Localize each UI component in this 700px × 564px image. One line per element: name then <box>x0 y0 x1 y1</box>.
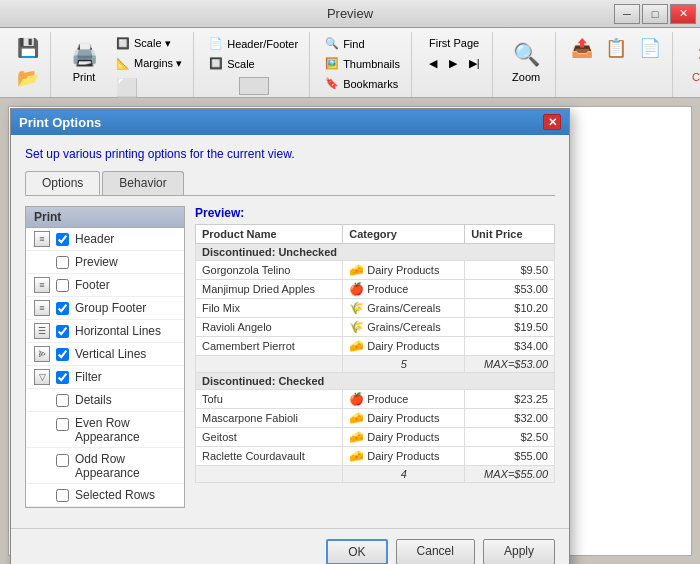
even-row-option[interactable]: Even RowAppearance <box>26 412 184 448</box>
even-row-label: Even RowAppearance <box>75 416 140 444</box>
price-cell: $19.50 <box>465 318 555 337</box>
tab-options[interactable]: Options <box>25 171 100 195</box>
col-product-name: Product Name <box>196 225 343 244</box>
group-footer-checked: 4 MAX=$55.00 <box>196 466 555 483</box>
header-option[interactable]: ≡ Header <box>26 228 184 251</box>
footer-option-label: Footer <box>75 278 110 292</box>
preview-option-label: Preview <box>75 255 118 269</box>
table-row: Manjimup Dried Apples 🍎Produce $53.00 <box>196 280 555 299</box>
file-ribbon-group: 💾 📂 <box>6 32 51 97</box>
find-icon: 🔍 <box>325 37 339 50</box>
category-cell: 🍎Produce <box>343 280 465 299</box>
window-controls[interactable]: ─ □ ✕ <box>614 4 696 24</box>
header-footer-ribbon-group: 📄 Header/Footer 🔲 Scale <box>198 32 310 97</box>
dialog-close-button[interactable]: ✕ <box>543 114 561 130</box>
scale-icon: 🔲 <box>116 37 130 50</box>
open-button[interactable]: 📂 <box>12 64 44 92</box>
prev-page-button[interactable]: ◀ <box>424 54 442 73</box>
horizontal-lines-option[interactable]: ☰ Horizontal Lines <box>26 320 184 343</box>
odd-row-checkbox[interactable] <box>56 454 69 467</box>
header-footer-options: 📄 Header/Footer 🔲 Scale <box>204 34 303 73</box>
header-checkbox[interactable] <box>56 233 69 246</box>
table-row: Ravioli Angelo 🌾Grains/Cereals $19.50 <box>196 318 555 337</box>
print-icon: 🖨️ <box>68 39 100 71</box>
filter-option[interactable]: ▽ Filter <box>26 366 184 389</box>
margins-icon: 📐 <box>116 57 130 70</box>
header-option-label: Header <box>75 232 114 246</box>
apply-button[interactable]: Apply <box>483 539 555 564</box>
group-footer-count-val: 4 <box>343 466 465 483</box>
price-cell: $32.00 <box>465 409 555 428</box>
price-cell: $55.00 <box>465 447 555 466</box>
close-ribbon-group: ✖ Close <box>677 32 700 97</box>
selected-rows-option[interactable]: Selected Rows <box>26 484 184 507</box>
zoom-button[interactable]: 🔍 Zoom <box>503 34 549 88</box>
group-footer-option[interactable]: ≡ Group Footer <box>26 297 184 320</box>
margins-button[interactable]: 📐 Margins ▾ <box>111 54 187 73</box>
find-button[interactable]: 🔍 Find <box>320 34 405 53</box>
price-cell: $2.50 <box>465 428 555 447</box>
header-footer-button[interactable]: 📄 Header/Footer <box>204 34 303 53</box>
export2-button[interactable]: 📋 <box>600 34 632 62</box>
tab-behavior[interactable]: Behavior <box>102 171 183 195</box>
close-icon: ✖ <box>690 39 700 71</box>
horizontal-lines-label: Horizontal Lines <box>75 324 161 338</box>
group-footer-checkbox[interactable] <box>56 302 69 315</box>
product-name-cell: Filo Mix <box>196 299 343 318</box>
category-cell: 🧀Dairy Products <box>343 261 465 280</box>
scale-button[interactable]: 🔲 Scale ▾ <box>111 34 187 53</box>
group-footer-max: MAX=$53.00 <box>465 356 555 373</box>
preview-checkbox[interactable] <box>56 256 69 269</box>
title-bar: Preview ─ □ ✕ <box>0 0 700 28</box>
maximize-button[interactable]: □ <box>642 4 668 24</box>
export1-button[interactable]: 📤 <box>566 34 598 62</box>
horizontal-lines-icon: ☰ <box>34 323 50 339</box>
save-button[interactable]: 💾 <box>12 34 44 62</box>
thumbnails-button[interactable]: 🖼️ Thumbnails <box>320 54 405 73</box>
first-page-button[interactable]: First Page <box>422 34 486 52</box>
price-cell: $10.20 <box>465 299 555 318</box>
export-ribbon-group: 📤 📋 📄 <box>560 32 673 97</box>
export3-button[interactable]: 📄 <box>634 34 666 62</box>
footer-checkbox[interactable] <box>56 279 69 292</box>
window-close-button[interactable]: ✕ <box>670 4 696 24</box>
group-header-unchecked: Discontinued: Unchecked <box>196 244 555 261</box>
vertical-lines-checkbox[interactable] <box>56 348 69 361</box>
table-row: Gorgonzola Telino 🧀Dairy Products $9.50 <box>196 261 555 280</box>
details-checkbox[interactable] <box>56 394 69 407</box>
scale-rb-icon: 🔲 <box>209 57 223 70</box>
bookmarks-button[interactable]: 🔖 Bookmarks <box>320 74 405 93</box>
scale-rb-button[interactable]: 🔲 Scale <box>204 54 303 73</box>
selected-rows-checkbox[interactable] <box>56 489 69 502</box>
table-row: Tofu 🍎Produce $23.25 <box>196 390 555 409</box>
header-footer-icon: 📄 <box>209 37 223 50</box>
product-name-cell: Tofu <box>196 390 343 409</box>
price-cell: $53.00 <box>465 280 555 299</box>
footer-option[interactable]: ≡ Footer <box>26 274 184 297</box>
cancel-button[interactable]: Cancel <box>396 539 475 564</box>
horizontal-lines-checkbox[interactable] <box>56 325 69 338</box>
price-cell: $34.00 <box>465 337 555 356</box>
category-cell: 🍎Produce <box>343 390 465 409</box>
preview-option[interactable]: Preview <box>26 251 184 274</box>
col-category: Category <box>343 225 465 244</box>
print-options: 🔲 Scale ▾ 📐 Margins ▾ ⬜ <box>111 34 187 102</box>
ok-button[interactable]: OK <box>326 539 387 564</box>
col-unit-price: Unit Price <box>465 225 555 244</box>
odd-row-option[interactable]: Odd RowAppearance <box>26 448 184 484</box>
filter-checkbox[interactable] <box>56 371 69 384</box>
print-button[interactable]: 🖨️ Print <box>61 34 107 88</box>
close-button[interactable]: ✖ Close <box>683 34 700 88</box>
product-name-cell: Geitost <box>196 428 343 447</box>
table-row: Mascarpone Fabioli 🧀Dairy Products $32.0… <box>196 409 555 428</box>
group-header-cell: Discontinued: Checked <box>196 373 555 390</box>
vertical-lines-option[interactable]: ⫸ Vertical Lines <box>26 343 184 366</box>
next-page-button[interactable]: ▶ <box>444 54 462 73</box>
minimize-button[interactable]: ─ <box>614 4 640 24</box>
group-footer-count <box>196 356 343 373</box>
last-page-button[interactable]: ▶| <box>464 54 485 73</box>
even-row-checkbox[interactable] <box>56 418 69 431</box>
print-misc-icon: ⬜ <box>116 77 138 99</box>
details-option[interactable]: Details <box>26 389 184 412</box>
zoom-ribbon-group: 🔍 Zoom <box>497 32 556 97</box>
